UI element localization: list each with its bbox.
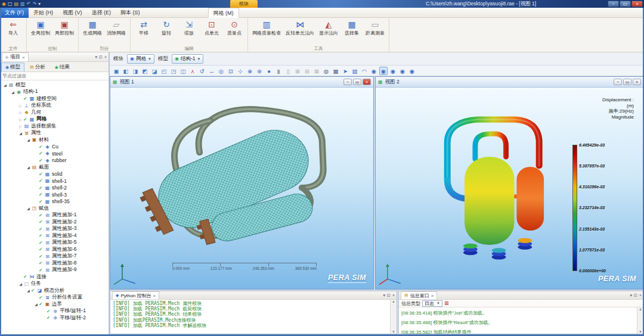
zoom-icon[interactable]: ◎ xyxy=(217,67,225,75)
ribbon-tab[interactable]: 选择 (E) xyxy=(87,8,116,18)
minimize-button[interactable]: − xyxy=(614,79,622,85)
ribbon-button[interactable]: ▣ 全局控制 xyxy=(29,19,52,36)
dropdown-icon[interactable]: ▾ xyxy=(95,55,98,60)
top-view-icon[interactable]: ◰ xyxy=(160,67,168,75)
close-button[interactable]: × xyxy=(363,79,371,85)
mesh-grid-icon[interactable]: ▦ xyxy=(332,67,340,75)
tree-item[interactable]: ▦ shell-3 xyxy=(0,191,109,198)
tree-expander-icon[interactable] xyxy=(26,206,31,210)
tree-item[interactable]: ⊕ 平移/旋转-1 xyxy=(0,308,109,315)
pan-view-icon[interactable]: ↔ xyxy=(208,67,216,75)
edge-display-icon[interactable]: ▮ xyxy=(274,67,283,75)
tree-item[interactable]: ⊞ 属性施加-7 xyxy=(0,253,109,260)
tree-expander-icon[interactable] xyxy=(33,302,39,306)
viewport-splitter[interactable] xyxy=(374,76,375,290)
open-file-icon[interactable]: ▤ xyxy=(14,1,19,7)
tree-item[interactable]: ◳ 赋值 xyxy=(0,205,109,212)
save-icon[interactable]: ▥ xyxy=(20,1,25,7)
viewport1-header[interactable]: ▦ 视图 1 − ▭ × xyxy=(110,77,373,88)
tree-item[interactable]: ▩ 建模空间 xyxy=(0,95,109,102)
minimize-button[interactable]: − xyxy=(608,1,619,7)
bottom-view-icon[interactable]: ◳ xyxy=(169,67,178,75)
viewport1-canvas[interactable]: 0.000 mm123.177 mm246.353 mm369.530 mm P… xyxy=(110,88,373,289)
mesh-display-3-icon[interactable]: ◉ xyxy=(389,67,397,75)
ribbon-tab[interactable]: 文件 (F) xyxy=(0,8,29,18)
dropdown-icon[interactable]: ▾ xyxy=(383,293,386,298)
close-button[interactable]: × xyxy=(633,79,641,85)
undo-icon[interactable]: ↶ xyxy=(27,1,31,7)
viewport-layout-icon[interactable]: ▣ xyxy=(112,67,120,75)
redo-icon[interactable]: ↷ xyxy=(32,1,36,7)
tree-expander-icon[interactable] xyxy=(18,282,23,286)
left-view-icon[interactable]: ◩ xyxy=(141,67,149,75)
ribbon-button[interactable]: ▥ 网格质量检查 xyxy=(250,19,283,36)
node-filter-input[interactable] xyxy=(2,73,106,79)
axis-view-icon[interactable]: ⋏ xyxy=(188,67,197,75)
tree-item[interactable]: ▢ 任务 xyxy=(0,281,109,288)
sidebar-tab[interactable]: ◉ 模型 xyxy=(1,63,24,71)
message-window-tab[interactable]: ▤ 信息窗口 × xyxy=(401,291,437,299)
tree-item[interactable]: ⊞ 属性施加-4 xyxy=(0,232,109,239)
ribbon-tab[interactable]: 网格 (M) xyxy=(208,8,239,18)
model-dropdown[interactable]: ◉ 结构-1 ▼ xyxy=(172,54,204,64)
tree-item[interactable]: ◉ 结构-1 xyxy=(0,89,109,96)
tree-item[interactable]: ⊞ 属性施加-6 xyxy=(0,246,109,253)
perspective-view-icon[interactable]: ⊕ xyxy=(246,67,254,75)
rotate-view-icon[interactable]: ↺ xyxy=(198,67,206,75)
tree-item[interactable]: ▤ 选择数据集 xyxy=(0,123,109,130)
ribbon-button[interactable]: ▦ 选择集 xyxy=(341,19,363,36)
window-cascade-icon[interactable]: ⊞ xyxy=(293,67,302,75)
front-view-icon[interactable]: ◧ xyxy=(122,67,130,75)
new-file-icon[interactable]: ▢ xyxy=(8,1,13,7)
back-view-icon[interactable]: ◨ xyxy=(131,67,140,75)
tree-item[interactable]: ⊥ 坐标系统 xyxy=(0,102,109,110)
ribbon-button[interactable]: ⋈ 反转单元法向 xyxy=(284,19,316,36)
sidebar-tab[interactable]: ▤ 分析 xyxy=(26,63,49,71)
ribbon-button[interactable]: ⊡ 点单元 xyxy=(201,19,222,36)
ribbon-button[interactable]: ⊙ 质量点 xyxy=(224,19,245,36)
tree-item[interactable]: ▣ 材料 xyxy=(0,136,109,144)
ribbon-button[interactable]: ◭ 显示法向 xyxy=(317,19,340,36)
maximize-button[interactable]: ▭ xyxy=(623,79,631,85)
close-button[interactable]: × xyxy=(631,1,643,7)
mesh-display-2-icon[interactable]: ◉ xyxy=(379,67,388,75)
tree-item[interactable]: ▣ 边界 xyxy=(0,301,109,308)
tree-item[interactable]: ⊞ 属性施加-8 xyxy=(0,260,109,267)
tree-item[interactable]: ⊞ 属性施加-1 xyxy=(0,212,109,219)
tree-expander-icon[interactable] xyxy=(18,131,23,135)
tree-item[interactable]: ≣ 属性 xyxy=(0,130,109,137)
tree-expander-icon[interactable] xyxy=(18,110,23,114)
float-window-icon[interactable]: ⊡ xyxy=(387,293,391,298)
iso-view-icon[interactable]: ◫ xyxy=(179,67,187,75)
select-cursor-icon[interactable]: ➤ xyxy=(341,67,349,75)
tree-item[interactable]: ▦ shell-35 xyxy=(0,198,109,206)
python-console-output[interactable]: [INFO] 加载 PERASIM.Mech 属性模块[INFO] 加载 PER… xyxy=(110,300,397,334)
scroll-up-icon[interactable]: ▲ xyxy=(392,300,395,303)
tree-item[interactable]: ◈ rubber xyxy=(0,157,109,164)
tree-expander-icon[interactable] xyxy=(26,288,31,293)
dark-sphere-icon[interactable]: ◍ xyxy=(322,67,330,75)
mesh-display-4-icon[interactable]: ◉ xyxy=(398,67,407,75)
close-icon[interactable]: × xyxy=(639,293,642,297)
tree-item[interactable]: ◆ 几何 xyxy=(0,109,109,116)
vertex-display-icon[interactable]: ▯ xyxy=(284,67,292,75)
tree-expander-icon[interactable] xyxy=(2,83,8,87)
module-dropdown[interactable]: ◉ 网格 ▼ xyxy=(127,54,154,64)
scroll-down-icon[interactable]: ▼ xyxy=(392,330,395,334)
scroll-down-icon[interactable]: ▼ xyxy=(639,330,642,334)
minimize-button[interactable]: − xyxy=(343,79,352,85)
mesh-display-1-icon[interactable]: ◉ xyxy=(370,67,378,75)
ribbon-button[interactable]: ▭ 距离测量 xyxy=(364,19,386,36)
tree-item[interactable]: ◈ Cu xyxy=(0,144,109,151)
maximize-button[interactable]: ▭ xyxy=(620,1,631,7)
window-tile-icon[interactable]: ⊟ xyxy=(303,67,311,75)
ribbon-button[interactable]: ⇄ 平移 xyxy=(133,19,154,36)
viewport2-header[interactable]: ▦ 视图 2 − ▭ × xyxy=(376,77,643,88)
tree-expander-icon[interactable] xyxy=(26,138,31,142)
mesh-display-5-icon[interactable]: ◉ xyxy=(408,67,416,75)
dropdown-icon[interactable]: ▾ xyxy=(630,293,633,298)
tree-item[interactable]: ⊞ 属性施加-9 xyxy=(0,267,109,274)
tree-item[interactable]: ▦ 模型 xyxy=(0,82,109,89)
tree-expander-icon[interactable] xyxy=(10,90,16,94)
tree-item[interactable]: ⊞ 属性施加-3 xyxy=(0,226,109,233)
